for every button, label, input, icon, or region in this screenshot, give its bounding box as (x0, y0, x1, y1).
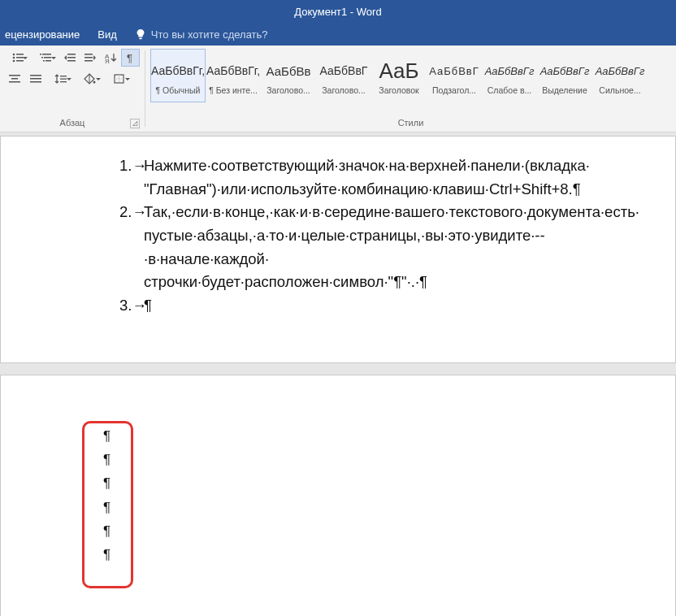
sort-button[interactable]: AЯ (101, 49, 119, 67)
tell-me[interactable]: Что вы хотите сделать? (135, 28, 268, 41)
window-title: Документ1 - Word (294, 6, 381, 18)
style-preview: АаБбВвГг (596, 56, 645, 85)
style-item-3[interactable]: АаБбВвГЗаголово... (316, 49, 371, 102)
increase-indent-button[interactable] (80, 49, 99, 67)
borders-button[interactable] (106, 70, 133, 88)
numbered-list[interactable]: 1.→Нажмите·соответствующий·значок·на·вер… (119, 154, 659, 318)
ribbon-tab-bar: ецензирование Вид Что вы хотите сделать? (0, 23, 676, 46)
ribbon-group-paragraph: AЯ ¶ Абзац ◿ (0, 46, 145, 132)
list-body[interactable]: Так,·если·в·конце,·как·и·в·середине·ваше… (144, 201, 659, 294)
tab-review[interactable]: ецензирование (5, 28, 80, 41)
page-2[interactable]: ¶¶¶¶¶¶ (0, 375, 676, 616)
empty-paragraph-marks[interactable]: ¶¶¶¶¶¶ (89, 424, 659, 566)
svg-rect-4 (16, 57, 24, 59)
svg-point-5 (13, 60, 15, 63)
svg-rect-13 (67, 54, 76, 55)
text-line[interactable]: пустые·абзацы,·а·то·и·целые·страницы,·вы… (144, 224, 659, 271)
bullets-button[interactable] (5, 49, 31, 67)
list-body[interactable]: Нажмите·соответствующий·значок·на·верхне… (144, 154, 659, 201)
style-preview: АаБбВвГг (540, 56, 590, 85)
svg-text:Я: Я (105, 58, 110, 63)
paragraph-mark[interactable]: ¶ (103, 448, 659, 471)
text-line[interactable]: ¶ (144, 294, 659, 318)
style-name: ¶ Без инте... (208, 85, 258, 95)
style-preview: АаБбВв (266, 56, 311, 85)
svg-point-3 (13, 57, 15, 59)
style-name: Подзагол... (429, 85, 479, 95)
list-body[interactable]: ¶ (144, 294, 659, 318)
svg-rect-24 (9, 81, 20, 83)
tell-me-label: Что вы хотите сделать? (151, 28, 268, 41)
align-center-button[interactable] (5, 70, 24, 88)
style-preview: АаБбВвГг, (206, 56, 260, 85)
list-item[interactable]: 3.→¶ (119, 294, 659, 318)
list-item[interactable]: 2.→Так,·если·в·конце,·как·и·в·середине·в… (119, 201, 659, 294)
group-label-paragraph: Абзац (60, 118, 85, 128)
style-item-2[interactable]: АаБбВвЗаголово... (261, 49, 316, 102)
text-line[interactable]: Нажмите·соответствующий·значок·на·верхне… (144, 154, 659, 178)
tab-view[interactable]: Вид (98, 28, 117, 41)
page-1[interactable]: 1.→Нажмите·соответствующий·значок·на·вер… (0, 136, 676, 363)
paragraph-mark[interactable]: ¶ (103, 519, 659, 543)
paragraph-mark[interactable]: ¶ (103, 496, 659, 519)
svg-rect-9 (41, 57, 43, 59)
list-number: 1.→ (119, 154, 144, 201)
svg-rect-8 (42, 54, 51, 55)
document-workspace[interactable]: 1.→Нажмите·соответствующий·значок·на·вер… (0, 132, 676, 616)
style-item-0[interactable]: АаБбВвГг,¶ Обычный (150, 49, 206, 102)
text-line[interactable]: Так,·если·в·конце,·как·и·в·середине·ваше… (144, 201, 659, 224)
style-item-1[interactable]: АаБбВвГг,¶ Без инте... (206, 49, 261, 102)
style-preview: АаБ (379, 56, 418, 85)
svg-rect-25 (30, 75, 41, 76)
style-name: Выделение (540, 85, 590, 95)
style-item-8[interactable]: АаБбВвГгСильное... (592, 49, 648, 102)
lightbulb-icon (135, 28, 146, 40)
decrease-indent-button[interactable] (61, 49, 80, 67)
multilevel-list-button[interactable] (32, 49, 58, 67)
list-item[interactable]: 1.→Нажмите·соответствующий·значок·на·вер… (119, 154, 659, 201)
svg-rect-16 (84, 54, 93, 55)
style-name: Заголово... (263, 85, 314, 95)
show-paragraph-marks-button[interactable]: ¶ (121, 49, 140, 67)
svg-rect-22 (9, 75, 20, 76)
svg-rect-28 (60, 76, 67, 76)
style-gallery[interactable]: АаБбВвГг,¶ ОбычныйАаБбВвГг,¶ Без инте...… (150, 49, 648, 102)
svg-rect-6 (16, 60, 24, 62)
ribbon-group-styles: АаБбВвГг,¶ ОбычныйАаБбВвГг,¶ Без инте...… (145, 46, 676, 132)
svg-point-1 (13, 54, 15, 56)
style-name: Сильное... (595, 85, 645, 95)
paragraph-dialog-launcher-icon[interactable]: ◿ (130, 119, 140, 128)
svg-rect-12 (46, 60, 51, 62)
group-label-styles: Стили (398, 118, 424, 128)
svg-rect-26 (30, 78, 41, 80)
svg-rect-10 (44, 57, 51, 59)
svg-rect-18 (84, 60, 93, 62)
paragraph-mark[interactable]: ¶ (103, 424, 659, 448)
style-item-5[interactable]: АаБбВвГПодзагол... (427, 49, 482, 102)
svg-rect-15 (67, 60, 76, 62)
style-item-4[interactable]: АаБЗаголовок (371, 49, 427, 102)
list-number: 2.→ (119, 201, 144, 294)
svg-rect-27 (30, 81, 41, 83)
svg-rect-14 (67, 57, 76, 59)
style-preview: АаБбВвГг (485, 56, 535, 85)
style-name: Заголово... (318, 85, 369, 95)
shading-button[interactable] (76, 70, 104, 88)
svg-point-31 (93, 81, 96, 84)
svg-rect-23 (11, 78, 18, 80)
style-name: Слабое в... (484, 85, 535, 95)
style-item-7[interactable]: АаБбВвГгВыделение (537, 49, 592, 102)
svg-text:¶: ¶ (127, 52, 132, 63)
align-justify-button[interactable] (26, 70, 46, 88)
style-preview: АаБбВвГг, (151, 56, 205, 85)
list-number: 3.→ (119, 294, 144, 318)
annotation-highlight-box (82, 421, 133, 588)
svg-rect-11 (43, 60, 45, 62)
svg-rect-2 (16, 54, 24, 55)
paragraph-mark[interactable]: ¶ (103, 543, 659, 566)
line-spacing-button[interactable] (47, 70, 75, 88)
style-item-6[interactable]: АаБбВвГгСлабое в... (482, 49, 537, 102)
text-line[interactable]: строчки·будет·расположен·символ·"¶"·.·¶ (144, 271, 659, 294)
paragraph-mark[interactable]: ¶ (103, 471, 659, 495)
text-line[interactable]: "Главная")·или·используйте·комбинацию·кл… (144, 178, 659, 202)
